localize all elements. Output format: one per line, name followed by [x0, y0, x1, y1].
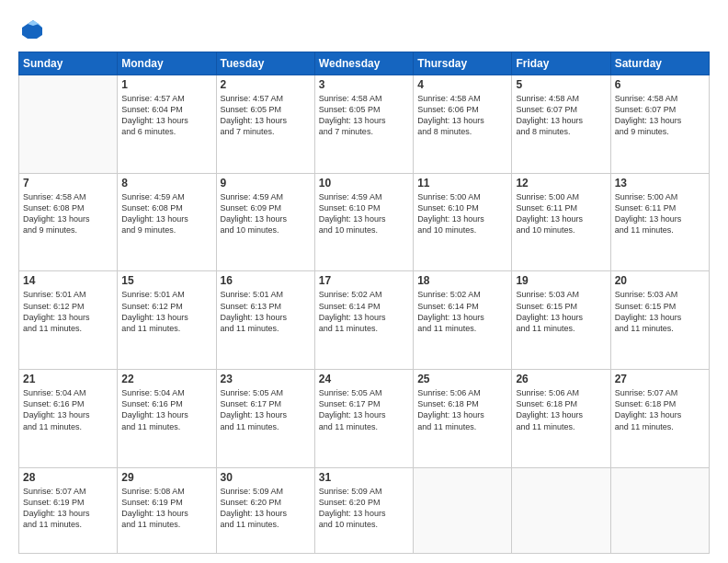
calendar-week-row-2: 7Sunrise: 4:58 AMSunset: 6:08 PMDaylight…: [19, 173, 710, 271]
day-number: 28: [23, 471, 113, 484]
calendar-cell: 30Sunrise: 5:09 AMSunset: 6:20 PMDayligh…: [216, 467, 314, 553]
cell-info: Sunrise: 5:01 AMSunset: 6:13 PMDaylight:…: [221, 289, 311, 334]
cell-info: Sunrise: 5:07 AMSunset: 6:18 PMDaylight:…: [615, 387, 705, 432]
day-number: 19: [516, 274, 606, 287]
calendar-cell: 31Sunrise: 5:09 AMSunset: 6:20 PMDayligh…: [314, 467, 413, 553]
weekday-header-friday: Friday: [512, 52, 610, 75]
cell-info: Sunrise: 5:01 AMSunset: 6:12 PMDaylight:…: [121, 289, 211, 334]
day-number: 18: [417, 274, 507, 287]
calendar-cell: 3Sunrise: 4:58 AMSunset: 6:05 PMDaylight…: [314, 75, 413, 174]
cell-info: Sunrise: 5:02 AMSunset: 6:14 PMDaylight:…: [417, 289, 507, 334]
day-number: 12: [516, 177, 606, 190]
cell-info: Sunrise: 5:05 AMSunset: 6:17 PMDaylight:…: [319, 387, 409, 432]
calendar-cell: 17Sunrise: 5:02 AMSunset: 6:14 PMDayligh…: [314, 271, 413, 370]
cell-info: Sunrise: 4:57 AMSunset: 6:05 PMDaylight:…: [221, 93, 311, 138]
calendar-cell: 13Sunrise: 5:00 AMSunset: 6:11 PMDayligh…: [610, 173, 709, 271]
day-number: 29: [121, 471, 211, 484]
calendar-cell: 5Sunrise: 4:58 AMSunset: 6:07 PMDaylight…: [512, 75, 610, 174]
calendar-cell: 11Sunrise: 5:00 AMSunset: 6:10 PMDayligh…: [414, 173, 512, 271]
cell-info: Sunrise: 5:02 AMSunset: 6:14 PMDaylight:…: [319, 289, 409, 334]
cell-info: Sunrise: 5:07 AMSunset: 6:19 PMDaylight:…: [23, 486, 113, 531]
weekday-header-row: SundayMondayTuesdayWednesdayThursdayFrid…: [19, 52, 710, 75]
calendar-cell: 27Sunrise: 5:07 AMSunset: 6:18 PMDayligh…: [610, 370, 709, 468]
calendar-cell: 14Sunrise: 5:01 AMSunset: 6:12 PMDayligh…: [19, 271, 118, 370]
calendar-cell: 6Sunrise: 4:58 AMSunset: 6:07 PMDaylight…: [610, 75, 709, 174]
cell-info: Sunrise: 5:05 AMSunset: 6:17 PMDaylight:…: [221, 387, 311, 432]
cell-info: Sunrise: 4:58 AMSunset: 6:05 PMDaylight:…: [319, 93, 409, 138]
cell-info: Sunrise: 5:06 AMSunset: 6:18 PMDaylight:…: [417, 387, 507, 432]
calendar-cell: 2Sunrise: 4:57 AMSunset: 6:05 PMDaylight…: [216, 75, 314, 174]
cell-info: Sunrise: 4:58 AMSunset: 6:07 PMDaylight:…: [615, 93, 705, 138]
day-number: 3: [319, 78, 409, 91]
calendar-cell: 22Sunrise: 5:04 AMSunset: 6:16 PMDayligh…: [118, 370, 216, 468]
cell-info: Sunrise: 5:01 AMSunset: 6:12 PMDaylight:…: [23, 289, 113, 334]
calendar-table: SundayMondayTuesdayWednesdayThursdayFrid…: [18, 52, 710, 554]
cell-info: Sunrise: 5:09 AMSunset: 6:20 PMDaylight:…: [221, 486, 311, 531]
day-number: 20: [615, 274, 705, 287]
day-number: 22: [121, 373, 211, 385]
calendar-cell: 18Sunrise: 5:02 AMSunset: 6:14 PMDayligh…: [414, 271, 512, 370]
calendar-cell: 12Sunrise: 5:00 AMSunset: 6:11 PMDayligh…: [512, 173, 610, 271]
day-number: 1: [121, 78, 211, 91]
calendar-cell: [512, 467, 610, 553]
calendar-cell: 8Sunrise: 4:59 AMSunset: 6:08 PMDaylight…: [118, 173, 216, 271]
day-number: 5: [516, 78, 606, 91]
cell-info: Sunrise: 5:04 AMSunset: 6:16 PMDaylight:…: [121, 387, 211, 432]
calendar-cell: 19Sunrise: 5:03 AMSunset: 6:15 PMDayligh…: [512, 271, 610, 370]
cell-info: Sunrise: 5:09 AMSunset: 6:20 PMDaylight:…: [319, 486, 409, 531]
calendar-cell: 15Sunrise: 5:01 AMSunset: 6:12 PMDayligh…: [118, 271, 216, 370]
cell-info: Sunrise: 4:59 AMSunset: 6:10 PMDaylight:…: [319, 191, 409, 236]
day-number: 2: [221, 78, 311, 91]
calendar-cell: 4Sunrise: 4:58 AMSunset: 6:06 PMDaylight…: [414, 75, 512, 174]
calendar-week-row-3: 14Sunrise: 5:01 AMSunset: 6:12 PMDayligh…: [19, 271, 710, 370]
day-number: 9: [221, 177, 311, 190]
day-number: 15: [121, 274, 211, 287]
logo: [18, 17, 50, 44]
day-number: 13: [615, 177, 705, 190]
calendar-cell: 26Sunrise: 5:06 AMSunset: 6:18 PMDayligh…: [512, 370, 610, 468]
weekday-header-wednesday: Wednesday: [314, 52, 413, 75]
weekday-header-thursday: Thursday: [414, 52, 512, 75]
cell-info: Sunrise: 5:06 AMSunset: 6:18 PMDaylight:…: [516, 387, 606, 432]
day-number: 31: [319, 471, 409, 484]
cell-info: Sunrise: 4:58 AMSunset: 6:06 PMDaylight:…: [417, 93, 507, 138]
day-number: 25: [417, 373, 507, 385]
day-number: 21: [23, 373, 113, 385]
page: SundayMondayTuesdayWednesdayThursdayFrid…: [0, 0, 728, 563]
calendar-cell: 7Sunrise: 4:58 AMSunset: 6:08 PMDaylight…: [19, 173, 118, 271]
cell-info: Sunrise: 5:04 AMSunset: 6:16 PMDaylight:…: [23, 387, 113, 432]
weekday-header-saturday: Saturday: [610, 52, 709, 75]
calendar-cell: 25Sunrise: 5:06 AMSunset: 6:18 PMDayligh…: [414, 370, 512, 468]
day-number: 24: [319, 373, 409, 385]
day-number: 23: [221, 373, 311, 385]
day-number: 6: [615, 78, 705, 91]
calendar-cell: [610, 467, 709, 553]
day-number: 10: [319, 177, 409, 190]
weekday-header-monday: Monday: [118, 52, 216, 75]
day-number: 7: [23, 177, 113, 190]
cell-info: Sunrise: 4:57 AMSunset: 6:04 PMDaylight:…: [121, 93, 211, 138]
calendar-cell: 23Sunrise: 5:05 AMSunset: 6:17 PMDayligh…: [216, 370, 314, 468]
calendar-cell: 29Sunrise: 5:08 AMSunset: 6:19 PMDayligh…: [118, 467, 216, 553]
calendar-cell: 9Sunrise: 4:59 AMSunset: 6:09 PMDaylight…: [216, 173, 314, 271]
cell-info: Sunrise: 5:00 AMSunset: 6:10 PMDaylight:…: [417, 191, 507, 236]
day-number: 14: [23, 274, 113, 287]
calendar-week-row-1: 1Sunrise: 4:57 AMSunset: 6:04 PMDaylight…: [19, 75, 710, 174]
weekday-header-sunday: Sunday: [19, 52, 118, 75]
header: [18, 17, 710, 44]
calendar-cell: 21Sunrise: 5:04 AMSunset: 6:16 PMDayligh…: [19, 370, 118, 468]
calendar-cell: 28Sunrise: 5:07 AMSunset: 6:19 PMDayligh…: [19, 467, 118, 553]
cell-info: Sunrise: 4:59 AMSunset: 6:09 PMDaylight:…: [221, 191, 311, 236]
cell-info: Sunrise: 5:03 AMSunset: 6:15 PMDaylight:…: [516, 289, 606, 334]
calendar-week-row-4: 21Sunrise: 5:04 AMSunset: 6:16 PMDayligh…: [19, 370, 710, 468]
weekday-header-tuesday: Tuesday: [216, 52, 314, 75]
day-number: 4: [417, 78, 507, 91]
calendar-cell: 24Sunrise: 5:05 AMSunset: 6:17 PMDayligh…: [314, 370, 413, 468]
logo-icon: [18, 17, 46, 44]
calendar-cell: 1Sunrise: 4:57 AMSunset: 6:04 PMDaylight…: [118, 75, 216, 174]
calendar-cell: 10Sunrise: 4:59 AMSunset: 6:10 PMDayligh…: [314, 173, 413, 271]
cell-info: Sunrise: 4:58 AMSunset: 6:07 PMDaylight:…: [516, 93, 606, 138]
day-number: 27: [615, 373, 705, 385]
cell-info: Sunrise: 4:58 AMSunset: 6:08 PMDaylight:…: [23, 191, 113, 236]
calendar-cell: [19, 75, 118, 174]
